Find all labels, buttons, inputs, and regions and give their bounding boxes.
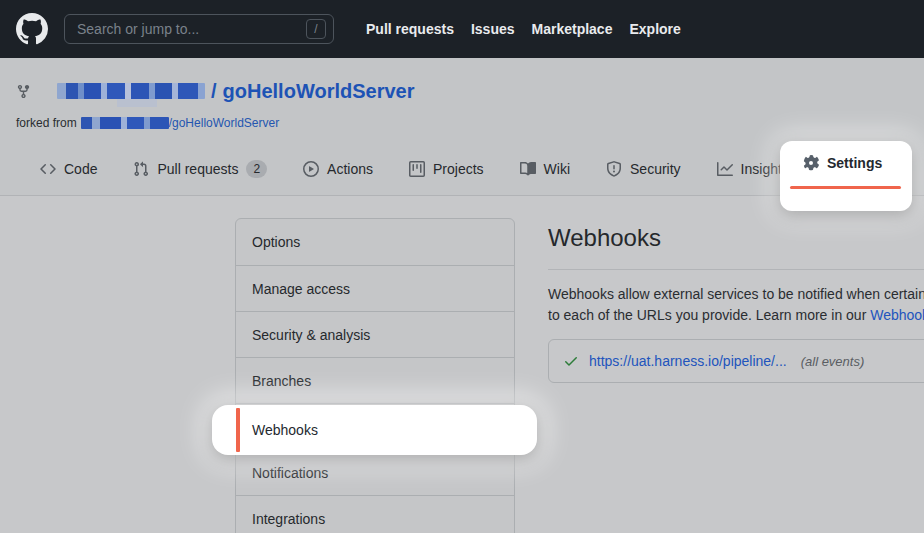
redacted-upstream-owner [81,117,169,129]
tab-label: Projects [433,161,484,177]
tab-label: Actions [327,161,373,177]
forked-from-line: forked from /goHelloWorldServer [16,116,279,130]
settings-sidebar: Options Manage access Security & analysi… [235,218,515,533]
forked-from-label: forked from [16,116,77,130]
github-settings-page: Search or jump to... / Pull requests Iss… [0,0,924,533]
book-icon [520,161,536,177]
nav-issues[interactable]: Issues [471,21,515,37]
pull-request-icon [133,161,149,177]
repo-forked-icon [16,84,31,99]
tab-pull-requests[interactable]: Pull requests 2 [133,160,267,178]
webhook-events-label: (all events) [801,354,865,369]
page-title: Webhooks [548,224,924,252]
webhook-list-item: https://uat.harness.io/pipeline/... (all… [548,339,924,383]
webhooks-panel: Webhooks Webhooks allow external service… [548,196,924,383]
top-nav: Pull requests Issues Marketplace Explore [366,21,681,37]
gear-icon [803,155,819,171]
graph-icon [717,161,733,177]
sidebar-item-options[interactable]: Options [236,219,514,265]
repo-separator: / [211,80,217,103]
top-header: Search or jump to... / Pull requests Iss… [0,0,924,58]
tab-label: Settings [827,155,882,171]
tab-label: Wiki [544,161,570,177]
tab-insights[interactable]: Insights [717,161,789,177]
tab-label: Pull requests [157,161,238,177]
tab-wiki[interactable]: Wiki [520,161,570,177]
tab-code[interactable]: Code [40,161,97,177]
sidebar-item-label: Webhooks [252,405,318,455]
tab-actions[interactable]: Actions [303,161,373,177]
sidebar-item-webhooks[interactable]: Webhooks [212,405,537,455]
tab-label: Code [64,161,97,177]
sidebar-item-branches[interactable]: Branches [236,357,514,403]
slash-shortcut-key: / [306,19,326,39]
settings-content: Options Manage access Security & analysi… [0,196,924,533]
repo-name-link[interactable]: goHelloWorldServer [223,80,415,103]
sidebar-item-integrations[interactable]: Integrations [236,495,514,533]
repo-title: / goHelloWorldServer [16,78,414,104]
title-divider [548,269,924,270]
tab-projects[interactable]: Projects [409,161,484,177]
github-logo-icon[interactable] [16,13,48,45]
sidebar-item-manage-access[interactable]: Manage access [236,265,514,311]
check-icon [563,353,579,369]
repo-header: / goHelloWorldServer forked from /goHell… [0,58,924,143]
webhooks-description-line1: Webhooks allow external services to be n… [548,284,924,305]
upstream-repo-link[interactable]: /goHelloWorldServer [169,116,280,130]
tab-security[interactable]: Security [606,161,681,177]
active-tab-underline [790,186,901,189]
nav-marketplace[interactable]: Marketplace [532,21,613,37]
webhooks-guide-link[interactable]: Webhooks [870,307,924,323]
redacted-owner-name [57,83,205,99]
nav-pull-requests[interactable]: Pull requests [366,21,454,37]
tab-settings[interactable]: Settings [803,155,882,171]
search-placeholder: Search or jump to... [77,21,199,37]
description-text: to each of the URLs you provide. Learn m… [548,307,870,323]
tab-label: Security [630,161,681,177]
code-icon [40,161,56,177]
play-icon [303,161,319,177]
shield-icon [606,161,622,177]
settings-tab-spotlight: Settings [780,141,912,211]
nav-explore[interactable]: Explore [629,21,680,37]
project-icon [409,161,425,177]
pull-request-count-badge: 2 [246,160,267,178]
active-item-bar [236,408,240,452]
sidebar-item-security-analysis[interactable]: Security & analysis [236,311,514,357]
search-input[interactable]: Search or jump to... / [64,14,334,44]
webhooks-description-line2: to each of the URLs you provide. Learn m… [548,305,924,326]
sidebar-item-notifications[interactable]: Notifications [236,449,514,495]
webhook-url-link[interactable]: https://uat.harness.io/pipeline/... [589,353,787,369]
